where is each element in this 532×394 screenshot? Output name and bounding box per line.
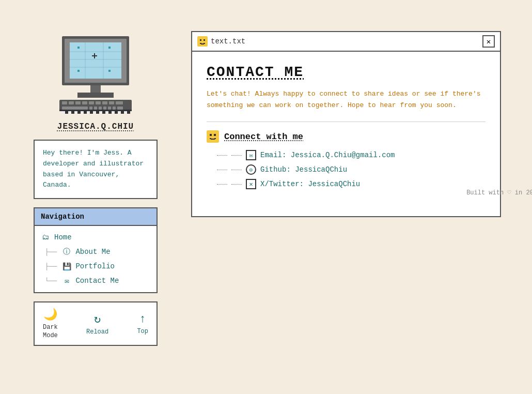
svg-rect-53 xyxy=(118,111,121,114)
svg-rect-36 xyxy=(65,111,68,114)
nav-label-portfolio: Portfolio xyxy=(75,262,115,270)
dark-mode-icon: 🌙 xyxy=(43,308,57,322)
dotline-email2 xyxy=(231,155,242,156)
svg-rect-46 xyxy=(96,111,99,114)
navigation-box: Navigation 🗂 Home ├── ⓘ About Me ├── 💾 P… xyxy=(34,207,158,293)
nav-item-about[interactable]: ├── ⓘ About Me xyxy=(41,245,150,259)
svg-rect-63 xyxy=(207,130,219,143)
dotline-twitter xyxy=(217,184,227,185)
svg-rect-13 xyxy=(108,70,111,72)
svg-rect-59 xyxy=(204,39,205,41)
svg-rect-30 xyxy=(103,107,106,110)
svg-rect-52 xyxy=(115,111,118,114)
svg-rect-33 xyxy=(117,107,123,110)
reload-label: Reload xyxy=(86,328,108,336)
nav-item-portfolio[interactable]: ├── 💾 Portfolio xyxy=(41,259,150,274)
svg-rect-54 xyxy=(121,111,124,114)
connect-links: ✉ Email: Jessica.Q.Chiu@gmail.com ⊙ Gith… xyxy=(207,150,486,189)
svg-rect-10 xyxy=(77,47,80,49)
top-icon: ↑ xyxy=(139,313,146,326)
svg-rect-24 xyxy=(109,101,114,104)
info-icon: ⓘ xyxy=(62,247,71,256)
svg-rect-40 xyxy=(77,111,81,114)
email-icon: ✉ xyxy=(246,150,256,160)
nav-header: Navigation xyxy=(35,208,157,226)
username: JESSICA.Q.CHIU xyxy=(57,122,134,131)
reload-icon: ↻ xyxy=(94,312,101,326)
nav-item-home[interactable]: 🗂 Home xyxy=(41,230,150,245)
connect-link-email[interactable]: ✉ Email: Jessica.Q.Chiu@gmail.com xyxy=(217,150,486,160)
svg-rect-22 xyxy=(96,101,101,104)
svg-rect-35 xyxy=(62,111,65,114)
nav-label-contact: Contact Me xyxy=(75,277,119,285)
dotline-github xyxy=(217,170,227,170)
svg-rect-65 xyxy=(214,134,216,136)
window-title-text: text.txt xyxy=(211,37,245,46)
svg-rect-50 xyxy=(108,111,112,114)
svg-rect-48 xyxy=(102,111,105,114)
window-titlebar: text.txt ✕ xyxy=(192,32,500,52)
svg-rect-18 xyxy=(69,101,74,104)
tree-line-portfolio: ├── xyxy=(45,263,57,270)
bottom-bar: 🌙 DarkMode ↻ Reload ↑ Top xyxy=(34,301,158,346)
footer-text: Built with ♡ in 2024 by Jessica Q Chiu xyxy=(466,189,532,196)
window-title-left: text.txt xyxy=(197,36,245,47)
svg-rect-38 xyxy=(71,111,74,114)
nav-item-contact[interactable]: └── ✉ Contact Me xyxy=(41,274,150,288)
svg-rect-51 xyxy=(112,111,115,114)
svg-rect-21 xyxy=(89,101,94,104)
reload-action[interactable]: ↻ Reload xyxy=(86,312,108,336)
svg-rect-42 xyxy=(84,111,87,114)
svg-rect-34 xyxy=(59,110,132,111)
footer: Built with ♡ in 2024 by Jessica Q Chiu xyxy=(382,189,532,196)
nav-label-home: Home xyxy=(54,233,72,241)
folder-icon: 🗂 xyxy=(41,233,50,242)
nav-label-about: About Me xyxy=(75,248,110,256)
tree-line-about: ├── xyxy=(45,248,57,256)
github-link-text: Github: JessicaQChiu xyxy=(260,165,347,174)
svg-rect-49 xyxy=(105,111,108,114)
close-icon: ✕ xyxy=(487,37,491,46)
twitter-link-text: X/Twitter: JessicaQChiu xyxy=(260,180,360,188)
contact-title: CONTACT ME xyxy=(207,64,486,80)
window-close-button[interactable]: ✕ xyxy=(482,35,495,48)
main-area: text.txt ✕ CONTACT ME Let's chat! Always… xyxy=(191,31,501,217)
svg-rect-19 xyxy=(75,101,81,104)
svg-rect-64 xyxy=(210,134,212,136)
envelope-icon: ✉ xyxy=(62,276,71,285)
svg-rect-39 xyxy=(74,111,77,114)
window-content: CONTACT ME Let's chat! Always happy to c… xyxy=(192,52,500,202)
sidebar: JESSICA.Q.CHIU Hey there! I'm Jess. A de… xyxy=(31,31,160,346)
svg-rect-17 xyxy=(62,101,67,104)
svg-rect-45 xyxy=(93,111,96,114)
nav-items-list: 🗂 Home ├── ⓘ About Me ├── 💾 Portfolio └─… xyxy=(35,226,157,292)
contact-description: Let's chat! Always happy to connect to s… xyxy=(207,88,486,111)
connect-link-twitter[interactable]: ✕ X/Twitter: JessicaQChiu xyxy=(217,179,486,189)
svg-rect-27 xyxy=(89,107,92,110)
computer-illustration xyxy=(46,31,145,114)
svg-rect-25 xyxy=(116,101,123,104)
top-label: Top xyxy=(137,328,148,335)
svg-rect-20 xyxy=(82,101,87,104)
svg-rect-31 xyxy=(108,107,111,110)
svg-rect-28 xyxy=(94,107,97,110)
svg-rect-62 xyxy=(201,43,204,44)
svg-rect-29 xyxy=(99,107,102,110)
svg-rect-37 xyxy=(68,111,71,114)
dotline-github2 xyxy=(231,170,242,170)
smiley-connect-icon xyxy=(207,130,219,143)
dark-mode-action[interactable]: 🌙 DarkMode xyxy=(43,308,58,340)
svg-rect-47 xyxy=(99,111,102,114)
bio-text: Hey there! I'm Jess. A developer and ill… xyxy=(43,149,144,189)
bio-box: Hey there! I'm Jess. A developer and ill… xyxy=(34,140,158,199)
smiley-title-icon xyxy=(197,36,208,47)
svg-rect-11 xyxy=(108,47,111,49)
connect-section: Connect with me ✉ Email: Jessica.Q.Chiu@… xyxy=(207,130,486,189)
svg-rect-55 xyxy=(124,111,127,114)
svg-rect-57 xyxy=(197,36,208,47)
twitter-icon: ✕ xyxy=(246,179,256,189)
top-action[interactable]: ↑ Top xyxy=(137,313,148,335)
svg-rect-68 xyxy=(211,139,215,140)
divider xyxy=(207,122,486,122)
connect-link-github[interactable]: ⊙ Github: JessicaQChiu xyxy=(217,164,486,175)
